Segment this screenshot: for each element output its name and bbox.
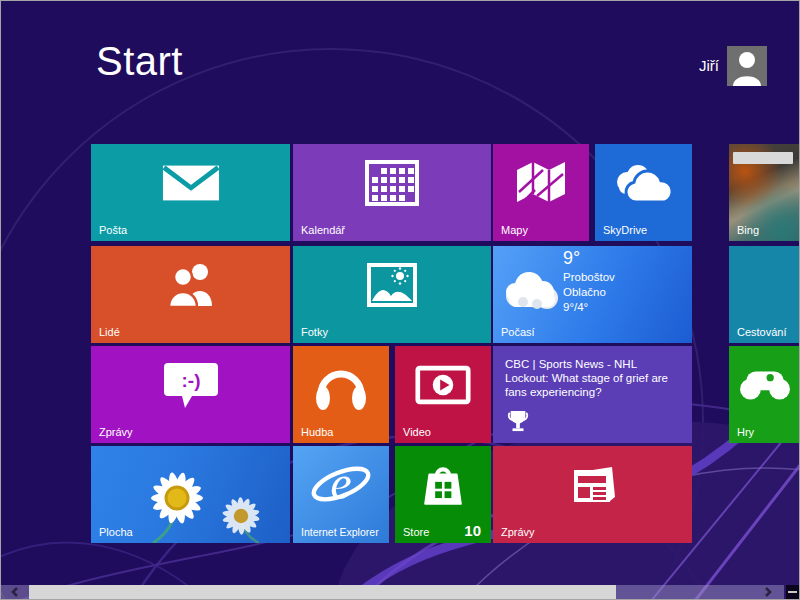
tile-pocasi[interactable]: 9° Proboštov Oblačno 9°/4° Počasí	[493, 246, 692, 343]
gamepad-icon	[738, 367, 792, 403]
user-name: Jiří	[699, 46, 719, 86]
tile-label: SkyDrive	[603, 224, 647, 236]
chevron-right-icon	[763, 586, 773, 598]
tile-label: Cestování	[737, 326, 787, 338]
tile-label: Store	[403, 526, 429, 538]
calendar-icon	[365, 160, 419, 206]
avatar[interactable]	[727, 46, 767, 86]
tile-video[interactable]: Video	[395, 346, 491, 443]
tile-label: Počasí	[501, 326, 535, 338]
weather-temp: 9°	[563, 252, 615, 265]
tile-label: Lidé	[99, 326, 120, 338]
headphones-icon	[312, 358, 370, 412]
cloud-icon	[611, 162, 677, 204]
store-badge: 10	[464, 522, 481, 539]
tile-label: Internet Explorer	[301, 526, 379, 538]
tile-label: Hry	[737, 426, 754, 438]
chat-smiley-icon: :-)	[162, 361, 220, 409]
tile-plocha[interactable]: Plocha	[91, 446, 290, 543]
minus-icon	[788, 590, 797, 594]
weather-condition: Oblačno	[563, 286, 615, 299]
tile-mapy[interactable]: Mapy	[493, 144, 589, 241]
weather-location: Proboštov	[563, 271, 615, 284]
svg-text::-): :-)	[181, 370, 200, 391]
person-icon	[727, 46, 767, 86]
tile-zpravy-news[interactable]: Zprávy	[493, 446, 692, 543]
tile-zpravy-messaging[interactable]: :-) Zprávy	[91, 346, 290, 443]
trophy-icon	[507, 409, 529, 433]
mail-icon	[162, 163, 220, 203]
photo-icon	[367, 263, 417, 307]
tile-label: Video	[403, 426, 431, 438]
shopping-bag-icon	[420, 462, 466, 508]
page-title: Start	[96, 39, 183, 84]
user-tile[interactable]: Jiří	[699, 46, 767, 86]
tile-label: Hudba	[301, 426, 333, 438]
tile-label: Zprávy	[99, 426, 133, 438]
chevron-left-icon	[10, 586, 20, 598]
tile-lide[interactable]: Lidé	[91, 246, 290, 343]
tile-label: Kalendář	[301, 224, 345, 236]
tile-bing[interactable]: Bing	[729, 144, 800, 241]
tile-hry[interactable]: Hry	[729, 346, 800, 443]
tile-internet-explorer[interactable]: e Internet Explorer	[293, 446, 389, 543]
tile-skydrive[interactable]: SkyDrive	[595, 144, 692, 241]
sport-headline: CBC | Sports News - NHL Lockout: What st…	[505, 357, 681, 399]
tile-hudba[interactable]: Hudba	[293, 346, 389, 443]
scroll-left-button[interactable]	[1, 585, 28, 599]
tile-fotky[interactable]: Fotky	[293, 246, 491, 343]
search-bar-icon	[733, 152, 793, 164]
tile-label: Fotky	[301, 326, 328, 338]
tile-cestovani[interactable]: Cestování	[729, 246, 800, 343]
tile-label: Bing	[737, 224, 759, 236]
play-screen-icon	[415, 365, 471, 405]
start-screen: Start Jiří Pošta Kalendář	[0, 0, 800, 600]
tile-kalendar[interactable]: Kalendář	[293, 144, 491, 241]
tile-label: Zprávy	[501, 526, 535, 538]
scrollbar-thumb[interactable]	[29, 585, 616, 599]
ie-logo-icon: e	[310, 457, 372, 513]
weather-high-low: 9°/4°	[563, 301, 615, 314]
tile-label: Plocha	[99, 526, 133, 538]
tile-sport-news[interactable]: CBC | Sports News - NHL Lockout: What st…	[493, 346, 692, 443]
map-icon	[515, 160, 567, 206]
scroll-right-button[interactable]	[753, 585, 783, 599]
tile-label: Pošta	[99, 224, 127, 236]
tile-store[interactable]: Store 10	[395, 446, 491, 543]
newspaper-icon	[568, 463, 618, 507]
semantic-zoom-button[interactable]	[786, 585, 799, 599]
tile-posta[interactable]: Pošta	[91, 144, 290, 241]
svg-text:e: e	[330, 457, 351, 509]
weather-cloud-icon	[501, 262, 563, 314]
people-icon	[163, 262, 219, 308]
horizontal-scrollbar	[1, 585, 799, 599]
tile-label: Mapy	[501, 224, 528, 236]
